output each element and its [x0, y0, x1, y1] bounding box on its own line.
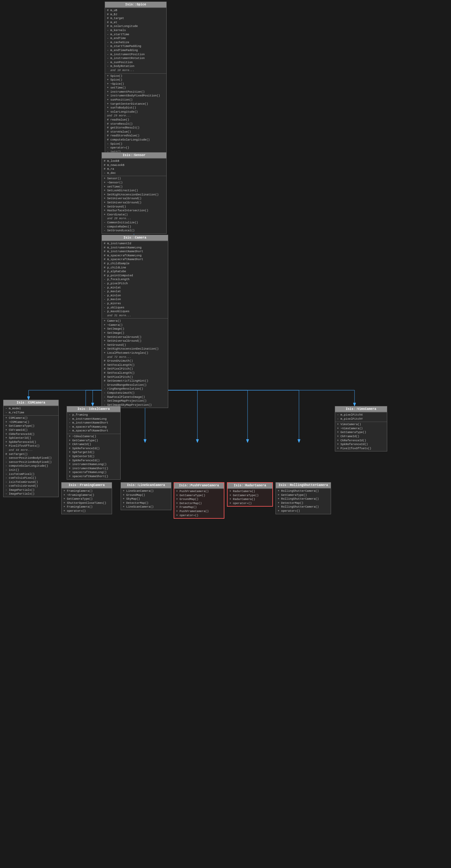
- lsc-m2: + GroundMap(): [123, 493, 169, 497]
- vims-m4: + CkFrameId(): [337, 435, 385, 439]
- camera-attr-7: # p_childLine: [104, 266, 166, 270]
- camera-attr-2: # m_instrumentNameLong: [104, 246, 166, 250]
- camera-attr-18: - p_maxobliques: [104, 310, 166, 314]
- camera-attr-12: - p_minlat: [104, 286, 166, 290]
- csmcamera-methods: + CSMCamera() + ~CSMCamera() + GetCamera…: [3, 415, 58, 497]
- csm-m5: + CkReferenceId(): [5, 432, 57, 437]
- sensor-m13: - SetGroundLocal(): [104, 229, 164, 233]
- csm-m6: + SpkCenterId(): [5, 436, 57, 440]
- camera-m16: - GroundRangeResolution(): [104, 383, 166, 388]
- spice-m9: + sunToBodyDist(): [107, 106, 164, 110]
- csm-m18: - ImagePartials(): [5, 488, 57, 492]
- spice-m4: + setTime(): [107, 86, 164, 90]
- spice-attr-15: - m_bodyRotation: [107, 64, 164, 68]
- sensor-attr-3: # m_ra: [104, 167, 164, 171]
- ideal-m7: + SpkReferenceId(): [69, 459, 118, 463]
- camera-m4: + SetImage(): [104, 331, 166, 335]
- ideal-m4: + SpkReferenceId(): [69, 447, 118, 451]
- pushframecamera-box: Isis::PushFrameCamera + PushFrameCamera(…: [174, 482, 224, 519]
- radar-m1: + RadarCamera(): [230, 490, 270, 494]
- pfc-m7: + operator=(): [176, 514, 222, 518]
- pfc-m5: + FrameMap(): [176, 505, 222, 509]
- csmcamera-box: Isis::CSMCamera - m_model - m_relTime + …: [3, 400, 59, 497]
- camera-m20: - SetImageMapProjection(): [104, 399, 166, 403]
- camera-attr-15: - p_maxlon: [104, 298, 166, 302]
- spice-box: Isis::Spice # m_uB # m_BJ # m_target # m…: [105, 2, 167, 167]
- csm-m10: - sensorPositionBodyFixed(): [5, 456, 57, 460]
- spice-attr-10: - m_startTimePadding: [107, 44, 164, 49]
- radarcamera-box: Isis::RadarCamera + RadarCamera() + GetC…: [227, 482, 273, 507]
- csm-m8: + PixelIfovOffsets(): [5, 444, 57, 448]
- vims-attr-1: - m_pixelPitchX: [337, 413, 385, 417]
- ideal-m10: + spacecraftNameLong(): [69, 470, 118, 475]
- spice-attr-5: # m_solarLongitude: [107, 24, 164, 29]
- svg-marker-9: [246, 439, 249, 442]
- radar-m2: + GetCameraType(): [230, 494, 270, 498]
- ideal-m1: + ~IdealCamera(): [69, 435, 118, 439]
- sensor-m10: + Coordinate(): [104, 213, 164, 217]
- linescancamera-title: Isis::LineScanCamera: [121, 483, 171, 488]
- spice-attributes: # m_uB # m_BJ # m_target # m_et # m_sola…: [105, 8, 166, 73]
- ideal-m6: + SpkCenterId(): [69, 455, 118, 459]
- spice-attr-1: # m_uB: [107, 8, 164, 13]
- spice-attr-12: - m_instrumentPosition: [107, 53, 164, 57]
- pfc-m4: + DetectorMap(): [176, 502, 222, 506]
- csm-m15: - csmToIsisPixel(): [5, 476, 57, 480]
- idealcamera-attributes: - p_framing - m_instrumentNameLong - m_i…: [67, 412, 120, 434]
- csmcamera-attributes: - m_model - m_relTime: [3, 406, 58, 415]
- vims-m3: + GetCameraType(): [337, 431, 385, 435]
- vimscamera-attributes: - m_pixelPitchX - m_pixelPitchY: [335, 412, 387, 422]
- vims-attr-2: - m_pixelPitchY: [337, 417, 385, 421]
- csm-m1: + CSMCamera(): [5, 416, 57, 421]
- ideal-attr-1: - p_framing: [69, 413, 118, 417]
- csm-m16: - isisToCsmGround(): [5, 480, 57, 485]
- camera-attributes: # m_instrumentId # m_instrumentNameLong …: [102, 241, 168, 318]
- vims-m6: + SpkReferenceId(): [337, 442, 385, 447]
- camera-attr-9: # p_pointComputed: [104, 274, 166, 278]
- sensor-m6: + SetUniversalGround(): [104, 197, 164, 201]
- idealcamera-methods: + ~IdealCamera() + GetCameraType() + CkF…: [67, 434, 120, 479]
- linescancamera-box: Isis::LineScanCamera + LineScanCamera() …: [121, 482, 171, 510]
- spice-m15: # readStoredValue(): [107, 134, 164, 138]
- framing-m1: + FramingCamera(): [63, 489, 110, 493]
- framing-m4: + ShutterOpenCloseTimes(): [63, 501, 110, 505]
- camera-attr-4: # m_spacecraftNameLong: [104, 254, 166, 258]
- framing-m5: + FramingCamera(): [63, 505, 110, 509]
- framing-m3: + GetCameraType(): [63, 497, 110, 501]
- camera-attr-6: # p_childSample: [104, 262, 166, 266]
- pfc-m3: + GroundMap(): [176, 497, 222, 502]
- sensor-box: Isis::Sensor # m_lookB # m_newLookB # m_…: [101, 152, 167, 234]
- sensor-m-more: and 28 more...: [104, 217, 164, 221]
- camera-m13: # SetFocalLength(): [104, 371, 166, 375]
- csm-attr-2: - m_relTime: [5, 411, 57, 415]
- svg-marker-8: [196, 439, 199, 442]
- camera-m1: + Camera(): [104, 319, 166, 323]
- camera-attr-5: # m_spacecraftNameShort: [104, 258, 166, 262]
- csm-m-more: and 44 more...: [5, 448, 57, 453]
- spice-m11: # readValue(): [107, 118, 164, 122]
- ideal-attr-3: - m_instrumentNameShort: [69, 421, 118, 425]
- spice-m7: + sunPosition(): [107, 98, 164, 102]
- spice-m8: + targetCenterDistance(): [107, 102, 164, 106]
- framingcamera-title: Isis::FramingCamera: [62, 483, 112, 488]
- vims-m1: + VimsCamera(): [337, 423, 385, 427]
- spice-m6: + instrumentBodyFixedPosition(): [107, 94, 164, 98]
- lsc-m3: + SkyMap(): [123, 497, 169, 501]
- spice-attr-7: - m_startTime: [107, 33, 164, 37]
- camera-m18: - ComputeAzimuth(): [104, 391, 166, 395]
- sensor-m7: + SetUniversalGround(): [104, 201, 164, 205]
- rsc-m3: + RollingShutterCamera(): [278, 497, 329, 501]
- sensor-m3: + setTime(): [104, 185, 164, 189]
- spice-m13: # getStoredResult(): [107, 126, 164, 130]
- spice-attr-more: and 10 more...: [107, 68, 164, 73]
- rollingshuttercamera-box: Isis::RollingShutterCamera + RollingShut…: [275, 482, 331, 514]
- spice-attr-11: - m_endTimePadding: [107, 49, 164, 53]
- sensor-m2: + ~Sensor(): [104, 181, 164, 185]
- ideal-attr-5: - m_spacecraftNameShort: [69, 429, 118, 433]
- sensor-m1: + Sensor(): [104, 177, 164, 181]
- csm-m12: - computeSolarLongitude(): [5, 464, 57, 468]
- rsc-m2: + GetCameraType(): [278, 493, 329, 497]
- vims-m5: + CkReferenceId(): [337, 439, 385, 443]
- ideal-m8: + instrumentNameLong(): [69, 463, 118, 467]
- camera-m15: # SetGeometricTilingHint(): [104, 379, 166, 383]
